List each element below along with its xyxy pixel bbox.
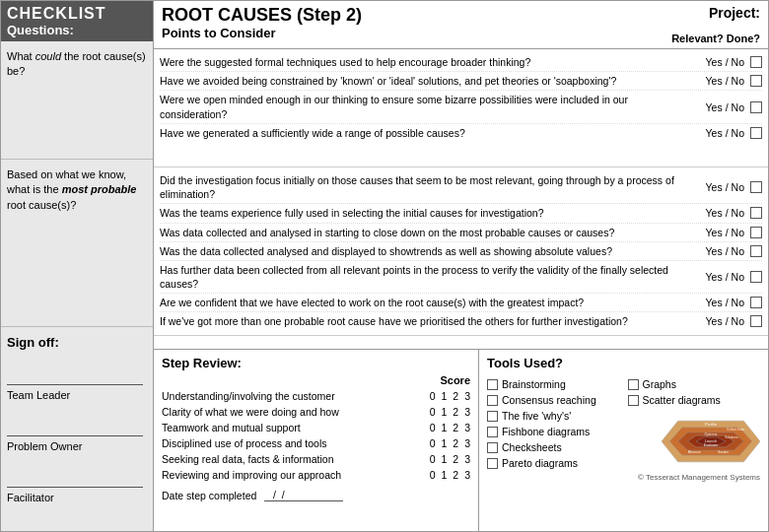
- q1-row-2-text: Have we avoided being constrained by 'kn…: [160, 74, 683, 88]
- checkbox[interactable]: [750, 101, 762, 113]
- q1-row-3-text: Were we open minded enough in our thinki…: [160, 93, 683, 120]
- checkbox[interactable]: [750, 245, 762, 257]
- signoff-problem-owner-block: Problem Owner: [7, 417, 147, 452]
- tool-checkbox[interactable]: [487, 442, 498, 453]
- tool-consensus-label: Consensus reaching: [502, 394, 596, 406]
- tool-checkbox[interactable]: [487, 379, 498, 390]
- q2-row-2-yesno: Yes / No: [683, 207, 762, 219]
- q1-block: Were the suggested formal techniques use…: [154, 49, 768, 167]
- score-row-3-text: Teamwork and mutual support: [162, 422, 401, 433]
- tool-checkbox[interactable]: [487, 411, 498, 422]
- checkbox[interactable]: [750, 75, 762, 87]
- step-review: Step Review: Score Understanding/involvi…: [154, 350, 479, 531]
- table-row: Did the investigation focus initially on…: [160, 171, 762, 204]
- q2-row-7-text: If we've got more than one probable root…: [160, 314, 683, 328]
- table-row: Have we avoided being constrained by 'kn…: [160, 72, 762, 91]
- no-label: No: [732, 56, 744, 68]
- q1-rows: Were the suggested formal techniques use…: [154, 49, 768, 166]
- table-row: Were we open minded enough in our thinki…: [160, 91, 762, 123]
- checkbox[interactable]: [750, 127, 762, 139]
- q2-row-6-text: Are we confident that we have elected to…: [160, 296, 683, 309]
- score-row-2: Clarity of what we were doing and how 0 …: [162, 404, 470, 420]
- tool-checkbox[interactable]: [628, 395, 639, 406]
- tool-brainstorming: Brainstorming: [487, 376, 620, 392]
- signoff-problem-owner-line: [7, 417, 143, 436]
- signoff-team-leader-label: Team Leader: [7, 389, 147, 401]
- q2-row-5-text: Has further data been collected from all…: [160, 263, 683, 291]
- score-row-5-nums: 0 1 2 3: [401, 453, 470, 465]
- q1-row-1-yesno: Yes / No: [683, 56, 762, 68]
- svg-text:Options: Options: [705, 432, 718, 436]
- checkbox[interactable]: [750, 297, 762, 308]
- table-row: Has further data been collected from all…: [160, 261, 762, 294]
- bottom-section: Step Review: Score Understanding/involvi…: [154, 349, 768, 531]
- date-value[interactable]: / /: [264, 489, 343, 501]
- tesseract-logo: Profite Collect Data Options Solutions L…: [662, 412, 760, 471]
- tool-fishbone: Fishbone diagrams: [487, 424, 620, 439]
- q2-row-3-text: Was data collected and analysed in start…: [160, 226, 683, 239]
- q2-row-6-yesno: Yes / No: [683, 297, 762, 308]
- sidebar-q1-section: What could the root cause(s) be?: [1, 41, 153, 160]
- tool-fishbone-label: Fishbone diagrams: [502, 426, 590, 437]
- signoff-facilitator-line: [7, 468, 143, 488]
- sidebar-header: CHECKLIST Questions:: [1, 1, 153, 41]
- score-row-1-nums: 0 1 2 3: [401, 390, 470, 402]
- date-row: Date step completed / /: [162, 489, 470, 501]
- score-row-6-text: Reviewing and improving our approach: [162, 469, 401, 481]
- table-row: Was the data collected analysed and disp…: [160, 242, 762, 261]
- tool-consensus: Consensus reaching: [487, 392, 620, 408]
- tool-graphs: Graphs: [628, 376, 761, 392]
- checkbox[interactable]: [750, 227, 762, 238]
- page-subtitle: Points to Consider: [162, 26, 362, 40]
- sidebar-signoff: Sign off: Team Leader Problem Owner Faci…: [1, 327, 153, 531]
- tool-checkbox[interactable]: [487, 427, 498, 437]
- tool-pareto-label: Pareto diagrams: [502, 457, 578, 469]
- copyright-label: © Tesseract Management Systems: [638, 473, 760, 482]
- content: ROOT CAUSES (Step 2) Points to Consider …: [154, 1, 768, 531]
- date-label: Date step completed: [162, 490, 256, 501]
- tool-scatter-label: Scatter diagrams: [643, 394, 721, 406]
- sidebar-q1-text: What could the root cause(s) be?: [7, 49, 147, 80]
- tool-five-whys-label: The five 'why's': [502, 410, 571, 422]
- signoff-team-leader-block: Team Leader: [7, 366, 147, 401]
- table-row: Have we generated a sufficiently wide a …: [160, 124, 762, 142]
- score-row-4: Disciplined use of process and tools 0 1…: [162, 435, 470, 451]
- score-row-3-nums: 0 1 2 3: [401, 422, 470, 433]
- page-title: ROOT CAUSES (Step 2): [162, 5, 362, 26]
- signoff-facilitator-block: Facilitator: [7, 468, 147, 503]
- svg-text:Measure: Measure: [688, 451, 701, 455]
- tools-used: Tools Used? Brainstorming Consensus reac…: [479, 350, 768, 531]
- checkbox[interactable]: [750, 271, 762, 283]
- checkbox[interactable]: [750, 181, 762, 193]
- score-row-6: Reviewing and improving our approach 0 1…: [162, 467, 470, 483]
- header-right: Project: Relevant? Done?: [671, 5, 760, 44]
- tool-graphs-label: Graphs: [643, 378, 676, 390]
- score-row-4-nums: 0 1 2 3: [401, 437, 470, 449]
- score-row-3: Teamwork and mutual support 0 1 2 3: [162, 420, 470, 435]
- signoff-problem-owner-label: Problem Owner: [7, 440, 147, 452]
- relevant-done-label: Relevant? Done?: [671, 33, 760, 44]
- q1-row-2-yesno: Yes / No: [683, 75, 762, 87]
- checkbox[interactable]: [750, 207, 762, 219]
- q1-row-4-yesno: Yes / No: [683, 127, 762, 139]
- questions-area: Were the suggested formal techniques use…: [154, 49, 768, 349]
- table-row: If we've got more than one probable root…: [160, 312, 762, 330]
- main-container: CHECKLIST Questions: What could the root…: [0, 0, 769, 532]
- checkbox[interactable]: [750, 56, 762, 68]
- tool-checkbox[interactable]: [628, 379, 639, 390]
- tool-checkbox[interactable]: [487, 395, 498, 406]
- q2-row-3-yesno: Yes / No: [683, 227, 762, 238]
- signoff-team-leader-line: [7, 366, 143, 385]
- content-header: ROOT CAUSES (Step 2) Points to Consider …: [154, 1, 768, 49]
- sidebar-q2-section: Based on what we know, what is the most …: [1, 160, 153, 327]
- signoff-facilitator-label: Facilitator: [7, 492, 147, 503]
- q2-row-7-yesno: Yes / No: [683, 315, 762, 327]
- q2-row-2-text: Was the teams experience fully used in s…: [160, 206, 683, 220]
- header-left: ROOT CAUSES (Step 2) Points to Consider: [162, 5, 362, 40]
- svg-text:Sustain: Sustain: [718, 451, 729, 455]
- tool-checkbox[interactable]: [487, 458, 498, 469]
- svg-text:Collect Data: Collect Data: [727, 428, 744, 432]
- table-row: Were the suggested formal techniques use…: [160, 53, 762, 72]
- checkbox[interactable]: [750, 315, 762, 327]
- q2-block: Did the investigation focus initially on…: [154, 167, 768, 336]
